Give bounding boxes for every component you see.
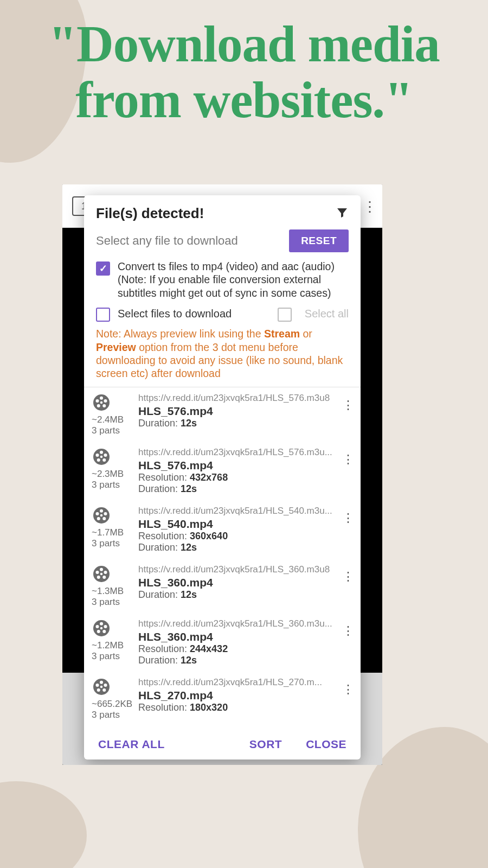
reset-button[interactable]: RESET xyxy=(289,229,349,252)
file-item[interactable]: ~1.2MB3 partshttps://v.redd.it/um23jxvqk… xyxy=(84,613,361,672)
svg-point-13 xyxy=(100,455,103,458)
file-resolution: Resolution: 244x432 xyxy=(138,643,336,655)
preview-note: Note: Always preview link using the Stre… xyxy=(84,325,361,387)
svg-point-23 xyxy=(104,571,107,574)
select-all-checkbox[interactable] xyxy=(278,308,292,322)
clear-all-button[interactable]: CLEAR ALL xyxy=(98,738,165,751)
dialog-subtitle: Select any file to download xyxy=(96,234,238,248)
file-item[interactable]: ~1.7MB3 partshttps://v.redd.it/um23jxvqk… xyxy=(84,500,361,559)
file-url: https://v.redd.it/um23jxvqk5ra1/HLS_360.… xyxy=(138,618,336,629)
item-overflow-icon[interactable]: ⋮ xyxy=(340,506,356,553)
item-overflow-icon[interactable]: ⋮ xyxy=(340,393,356,436)
file-url: https://v.redd.it/um23jxvqk5ra1/HLS_270.… xyxy=(138,677,336,688)
file-name: HLS_576.mp4 xyxy=(138,459,336,472)
select-files-label: Select files to download xyxy=(118,308,270,320)
item-overflow-icon[interactable]: ⋮ xyxy=(340,618,356,666)
svg-point-38 xyxy=(102,688,106,692)
svg-point-6 xyxy=(100,401,103,404)
svg-point-15 xyxy=(100,509,103,512)
film-reel-icon xyxy=(92,393,111,412)
convert-label: Convert ts files to mp4 (video) and aac … xyxy=(118,260,349,299)
film-reel-icon xyxy=(92,618,111,638)
filter-icon[interactable] xyxy=(336,206,349,221)
svg-point-26 xyxy=(96,571,99,574)
item-overflow-icon[interactable]: ⋮ xyxy=(340,564,356,608)
svg-point-20 xyxy=(100,514,103,516)
file-item[interactable]: ~2.3MB3 partshttps://v.redd.it/um23jxvqk… xyxy=(84,442,361,500)
svg-point-30 xyxy=(104,625,107,628)
file-resolution: Resolution: 432x768 xyxy=(138,472,336,483)
svg-point-1 xyxy=(100,396,103,399)
svg-point-3 xyxy=(102,404,106,407)
file-url: https://v.redd.it/um23jxvqk5ra1/HLS_360.… xyxy=(138,564,336,575)
file-size: ~1.7MB xyxy=(92,527,134,538)
file-parts: 3 parts xyxy=(92,651,134,662)
film-reel-icon xyxy=(92,506,111,525)
svg-point-18 xyxy=(97,517,100,520)
svg-point-41 xyxy=(100,685,103,688)
item-overflow-icon[interactable]: ⋮ xyxy=(340,447,356,495)
svg-point-40 xyxy=(96,684,99,687)
file-duration: Duration: 12s xyxy=(138,589,336,601)
file-parts: 3 parts xyxy=(92,425,134,436)
svg-point-37 xyxy=(104,684,107,687)
file-name: HLS_576.mp4 xyxy=(138,405,336,418)
svg-point-36 xyxy=(100,680,103,684)
svg-point-19 xyxy=(96,512,99,515)
svg-point-29 xyxy=(100,622,103,625)
file-duration: Duration: 12s xyxy=(138,542,336,553)
file-duration: Duration: 12s xyxy=(138,483,336,495)
overflow-icon[interactable]: ⋮ xyxy=(363,199,377,215)
file-name: HLS_540.mp4 xyxy=(138,518,336,531)
svg-point-24 xyxy=(102,576,106,579)
file-name: HLS_360.mp4 xyxy=(138,630,336,643)
bg-blob xyxy=(0,781,87,868)
svg-point-39 xyxy=(97,688,100,692)
file-url: https://v.redd.it/um23jxvqk5ra1/HLS_540.… xyxy=(138,506,336,516)
file-parts: 3 parts xyxy=(92,538,134,549)
file-duration: Duration: 12s xyxy=(138,418,336,429)
svg-point-27 xyxy=(100,572,103,575)
file-parts: 3 parts xyxy=(92,710,134,720)
convert-checkbox[interactable] xyxy=(96,261,110,276)
svg-point-10 xyxy=(102,458,106,462)
svg-point-32 xyxy=(97,630,100,633)
file-name: HLS_270.mp4 xyxy=(138,689,336,702)
file-resolution: Resolution: 180x320 xyxy=(138,702,336,713)
file-duration: Duration: 12s xyxy=(138,655,336,666)
item-overflow-icon[interactable]: ⋮ xyxy=(340,677,356,720)
file-size: ~2.4MB xyxy=(92,414,134,425)
sort-button[interactable]: SORT xyxy=(249,738,282,751)
svg-point-34 xyxy=(100,627,103,629)
svg-point-25 xyxy=(97,576,100,579)
svg-point-9 xyxy=(104,454,107,457)
file-item[interactable]: ~2.4MB3 partshttps://v.redd.it/um23jxvqk… xyxy=(84,387,361,442)
svg-point-2 xyxy=(104,399,107,403)
download-dialog: File(s) detected! Select any file to dow… xyxy=(84,195,361,760)
svg-point-22 xyxy=(100,567,103,571)
file-resolution: Resolution: 360x640 xyxy=(138,531,336,542)
file-item[interactable]: ~665.2KB3 partshttps://v.redd.it/um23jxv… xyxy=(84,672,361,726)
close-button[interactable]: CLOSE xyxy=(306,738,346,751)
file-parts: 3 parts xyxy=(92,480,134,490)
promo-headline: "Download media from websites." xyxy=(0,16,488,127)
film-reel-icon xyxy=(92,677,111,697)
file-url: https://v.redd.it/um23jxvqk5ra1/HLS_576.… xyxy=(138,393,336,404)
svg-point-17 xyxy=(102,517,106,520)
file-size: ~1.3MB xyxy=(92,586,134,597)
phone-frame: 1 ⋮ File(s) detected! Select any file to… xyxy=(62,184,382,765)
file-name: HLS_360.mp4 xyxy=(138,576,336,589)
svg-point-31 xyxy=(102,630,106,633)
svg-point-5 xyxy=(96,399,99,403)
select-all-label: Select all xyxy=(305,308,349,320)
file-size: ~1.2MB xyxy=(92,640,134,651)
file-url: https://v.redd.it/um23jxvqk5ra1/HLS_576.… xyxy=(138,447,336,458)
select-files-checkbox[interactable] xyxy=(96,308,110,322)
svg-point-4 xyxy=(97,404,100,407)
file-item[interactable]: ~1.3MB3 partshttps://v.redd.it/um23jxvqk… xyxy=(84,559,361,613)
file-list[interactable]: ~2.4MB3 partshttps://v.redd.it/um23jxvqk… xyxy=(84,387,361,730)
svg-point-11 xyxy=(97,458,100,462)
film-reel-icon xyxy=(92,564,111,584)
svg-point-16 xyxy=(104,512,107,515)
file-size: ~2.3MB xyxy=(92,469,134,480)
